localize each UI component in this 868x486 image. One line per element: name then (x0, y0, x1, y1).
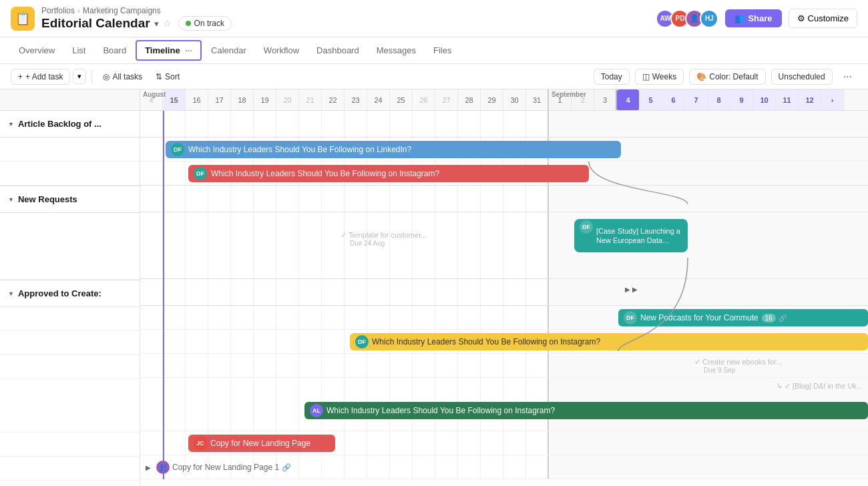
title-dropdown-btn[interactable]: ▾ (154, 19, 159, 29)
weeks-button[interactable]: ◫ Weeks (635, 69, 684, 85)
date-28: 28 (458, 89, 481, 111)
approved-row2 (0, 331, 140, 355)
september-label: September (552, 91, 586, 98)
breadcrumb-campaigns[interactable]: Marketing Campaigns (83, 6, 161, 15)
avatar-df4: DF (624, 311, 637, 324)
customize-icon: ⚙ (797, 13, 805, 23)
add-task-button[interactable]: + + Add task (11, 69, 70, 85)
sort-icon: ⇅ (156, 72, 162, 81)
approved-row4 (0, 379, 140, 433)
tab-workflow[interactable]: Workflow (256, 41, 307, 59)
section-article-backlog: ▼ Article Backlog of ... (0, 111, 140, 186)
today-button[interactable]: Today (594, 69, 630, 85)
add-task-dropdown-icon[interactable]: ▾ (73, 69, 86, 84)
section-article-backlog-header[interactable]: ▼ Article Backlog of ... (0, 111, 140, 138)
article-backlog-row2 (0, 162, 140, 186)
share-icon: 👥 (734, 13, 745, 23)
sep-3: 3 (594, 89, 617, 111)
all-tasks-label: All tasks (112, 72, 142, 81)
avatars-group: AW PD 👤 HJ (656, 9, 718, 28)
approved-row5: JC Copy for New Landing Page (140, 431, 868, 455)
title-star-btn[interactable]: ☆ (163, 18, 172, 29)
more-button[interactable]: ··· (838, 68, 857, 85)
breadcrumb: Portfolios › Marketing Campaigns (41, 6, 232, 15)
article-backlog-task-row1: DF Which Industry Leaders Should You Be … (140, 138, 868, 162)
task-linkedin[interactable]: DF Which Industry Leaders Should You Be … (166, 141, 621, 158)
breadcrumb-portfolios[interactable]: Portfolios (41, 6, 75, 15)
task-instagram-orange[interactable]: DF Which Industry Leaders Should You Be … (350, 333, 868, 350)
tab-board[interactable]: Board (95, 41, 134, 59)
approved-row6-expand[interactable]: ▶ (146, 464, 151, 471)
add-task-label: + Add task (25, 72, 63, 81)
approved-row5 (0, 433, 140, 457)
status-badge[interactable]: On track (178, 16, 232, 31)
share-button[interactable]: 👥 Share (725, 9, 781, 27)
tab-messages[interactable]: Messages (369, 41, 424, 59)
task-template-ghost[interactable]: ✓Template for customer... Due 24 Aug (341, 231, 427, 247)
all-tasks-button[interactable]: ◎ All tasks (97, 69, 148, 84)
avatar-df1: DF (171, 143, 184, 156)
case-study-label: [Case Study] Launching a New European Da… (596, 226, 682, 246)
chevron-down-icon: ▼ (8, 121, 14, 128)
logo: 📋 (11, 7, 35, 31)
blog-ghost-label: [Blog] D&I in the Uk... (793, 382, 863, 390)
section-new-requests-header[interactable]: ▼ New Requests (0, 186, 140, 213)
date-27: 27 (435, 89, 458, 111)
task-case-study[interactable]: DF [Case Study] Launching a New European… (574, 219, 688, 252)
date-30: 30 (503, 89, 526, 111)
sep-6: 6 (662, 89, 685, 111)
tab-files[interactable]: Files (425, 41, 459, 59)
color-label: Color: Default (709, 72, 758, 81)
new-requests-row1 (0, 213, 140, 280)
sep-8: 8 (708, 89, 730, 111)
ebooks-ghost-due: Due 9 Sep (704, 367, 782, 374)
task-instagram-green[interactable]: AL Which Industry Leaders Should You Be … (304, 402, 868, 419)
breadcrumb-sep: › (77, 6, 80, 15)
tab-dashboard[interactable]: Dashboard (308, 41, 367, 59)
copy-landing1-badge: 🔗 (282, 463, 291, 472)
color-button[interactable]: 🎨 Color: Default (689, 69, 765, 85)
date-header: August 4 15 16 17 18 19 20 21 22 23 24 2… (140, 89, 868, 111)
status-dot (186, 21, 191, 26)
customize-button[interactable]: ⚙ Customize (789, 9, 857, 28)
task-blog-ghost[interactable]: ↳ ✓ [Blog] D&I in the Uk... (777, 382, 868, 391)
unscheduled-button[interactable]: Unscheduled (771, 69, 833, 85)
date-21: 21 (299, 89, 322, 111)
sep-more: › (821, 89, 844, 111)
sep-10: 10 (753, 89, 776, 111)
approved-row2: DF Which Industry Leaders Should You Be … (140, 330, 868, 354)
task-new-podcasts[interactable]: DF New Podcasts for Your Commute 16 🔗 (618, 309, 868, 326)
tab-timeline[interactable]: Timeline ··· (136, 40, 202, 61)
new-requests-label: New Requests (18, 194, 77, 204)
task-ebooks-ghost[interactable]: ✓ Create new ebooks for... Due 9 Sep (694, 358, 782, 374)
approved-row7 (0, 481, 140, 486)
avatar-df3: DF (580, 220, 593, 234)
date-18: 18 (231, 89, 254, 111)
customize-label: Customize (808, 13, 849, 23)
article-backlog-label: Article Backlog of ... (18, 119, 101, 129)
tab-list[interactable]: List (64, 41, 93, 59)
task-copy-landing[interactable]: JC Copy for New Landing Page (188, 435, 335, 452)
date-15: 15 (163, 89, 186, 111)
approved-row6 (0, 457, 140, 481)
sep-5: 5 (640, 89, 662, 111)
podcasts-badge: 16 (762, 314, 776, 322)
weeks-label: Weeks (652, 72, 676, 81)
approved-label: Approved to Create: (18, 288, 101, 298)
tab-overview[interactable]: Overview (11, 41, 63, 59)
date-22: 22 (322, 89, 345, 111)
sort-button[interactable]: ⇅ Sort (150, 69, 185, 84)
section-approved-header[interactable]: ▼ Approved to Create: (0, 280, 140, 307)
status-label: On track (194, 19, 224, 28)
task-instagram-backlog[interactable]: DF Which Industry Leaders Should You Be … (188, 165, 589, 182)
share-label: Share (748, 13, 772, 23)
date-25: 25 (390, 89, 413, 111)
date-29: 29 (481, 89, 503, 111)
tab-calendar[interactable]: Calendar (203, 41, 254, 59)
approved-row3: ✓ Create new ebooks for... Due 9 Sep (140, 354, 868, 378)
nav-tabs: Overview List Board Timeline ··· Calenda… (0, 37, 868, 64)
sep-9: 9 (730, 89, 753, 111)
task-copy-landing1-ghost[interactable]: 👤 Copy for New Landing Page 1 🔗 (156, 461, 291, 474)
date-23: 23 (345, 89, 367, 111)
linkedin-task-label: Which Industry Leaders Should You Be Fol… (188, 145, 411, 154)
